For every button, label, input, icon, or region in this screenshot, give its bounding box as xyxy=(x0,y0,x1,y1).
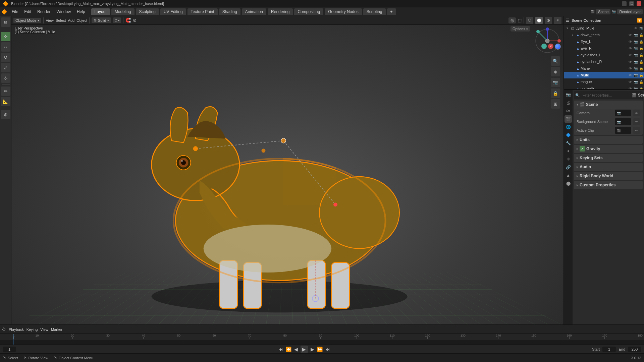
xray-toggle[interactable]: ⬚ xyxy=(518,18,522,23)
move-tool-btn[interactable]: ↔ xyxy=(1,42,10,52)
outliner-item-eye-r[interactable]: ▲ Eye_R 👁 📷 🔒 xyxy=(564,45,644,52)
physics-properties-tab[interactable]: ⚛ xyxy=(565,156,572,163)
render-layer-selector[interactable]: RenderLayer xyxy=(617,9,643,14)
add-object-btn[interactable]: ⊕ xyxy=(1,110,10,119)
clip-browse-btn[interactable]: ✏ xyxy=(633,127,640,134)
close-button[interactable]: ✕ xyxy=(637,1,641,6)
playback-menu[interactable]: Playback xyxy=(9,327,24,331)
bg-scene-value[interactable]: 📷 xyxy=(615,118,631,125)
camera-gizmo[interactable]: 📷 xyxy=(551,78,560,87)
active-clip-value[interactable]: 🎬 xyxy=(615,127,631,134)
cursor-tool-btn[interactable]: ✛ xyxy=(1,32,10,41)
tab-modeling[interactable]: Modeling xyxy=(111,8,135,15)
marker-menu[interactable]: Marker xyxy=(51,327,62,331)
vis2-icon[interactable]: 📷 xyxy=(634,47,638,50)
outliner-item-eye-l[interactable]: ▲ Eye_L 👁 📷 🔒 xyxy=(564,38,644,45)
current-frame-display[interactable]: 1 xyxy=(3,347,16,352)
vis-eye-icon[interactable]: 👁 xyxy=(634,26,638,30)
annotate-tool-btn[interactable]: ✏ xyxy=(1,86,10,96)
vis3-icon[interactable]: 🔒 xyxy=(639,80,643,84)
bg-scene-browse-btn[interactable]: ✏ xyxy=(633,118,640,125)
particles-properties-tab[interactable]: ✦ xyxy=(565,147,572,155)
units-section-header[interactable]: ▸ Units xyxy=(574,136,643,144)
vis3-icon[interactable]: 🔒 xyxy=(639,67,643,70)
menu-file[interactable]: File xyxy=(9,9,21,15)
vis3-icon[interactable]: 🔒 xyxy=(639,73,643,77)
vis2-icon[interactable]: 📷 xyxy=(634,53,638,57)
play-pause-btn[interactable]: ▶ xyxy=(301,346,308,353)
maximize-button[interactable]: ☐ xyxy=(629,1,634,6)
material-properties-tab[interactable]: ⬤ xyxy=(565,180,572,187)
mode-selector-icon[interactable]: ⊡ xyxy=(1,17,10,27)
keying-menu[interactable]: Keying xyxy=(26,327,38,331)
jump-to-start-btn[interactable]: ⏮ xyxy=(278,347,283,352)
tab-geometry-nodes[interactable]: Geometry Nodes xyxy=(325,8,362,15)
world-properties-tab[interactable]: 🌐 xyxy=(565,123,572,131)
view-layer-properties-tab[interactable]: 🗂 xyxy=(565,107,572,115)
outliner-item-tongue[interactable]: ▲ tongue 👁 📷 🔒 xyxy=(564,78,644,85)
vis-icon[interactable]: 👁 xyxy=(629,73,632,77)
viewport-overlays-btn[interactable]: ◎ xyxy=(508,17,516,23)
scene-selector[interactable]: Scene xyxy=(596,9,610,14)
navigation-gizmo[interactable] xyxy=(534,27,561,54)
gravity-checkbox[interactable]: ✓ xyxy=(580,146,585,152)
custom-props-header[interactable]: ▸ Custom Properties xyxy=(574,181,643,189)
pivot-point-dropdown[interactable]: ⊙ ▾ xyxy=(113,17,121,23)
vis2-icon[interactable]: 📷 xyxy=(634,87,638,90)
viewport-area[interactable]: Object Mode ▾ View Select Add Object ⊕ S… xyxy=(11,16,564,324)
vis-icon[interactable]: 👁 xyxy=(629,67,632,70)
object-mode-dropdown[interactable]: Object Mode ▾ xyxy=(13,18,41,23)
tab-shading[interactable]: Shading xyxy=(219,8,240,15)
constraints-properties-tab[interactable]: 🔗 xyxy=(565,164,572,171)
camera-browse-btn[interactable]: ✏ xyxy=(633,110,640,116)
gravity-section-header[interactable]: ▸ ✓ Gravity xyxy=(574,145,643,153)
transform-orientation-dropdown[interactable]: ⊕ Solid ▾ xyxy=(92,17,111,23)
output-properties-tab[interactable]: 🖨 xyxy=(565,99,572,107)
minimize-button[interactable]: — xyxy=(622,1,627,6)
grid-gizmo[interactable]: ⊞ xyxy=(551,99,560,109)
vis-icon[interactable]: 👁 xyxy=(629,87,632,90)
scene-section-header[interactable]: ▾ 🎬 Scene xyxy=(574,101,643,109)
data-properties-tab[interactable]: ▲ xyxy=(565,172,572,179)
outliner-item-eyelashes-r[interactable]: ▲ eyelashes_R 👁 📷 🔒 xyxy=(564,58,644,65)
jump-to-end-btn[interactable]: ⏭ xyxy=(325,347,330,352)
rotate-tool-btn[interactable]: ↺ xyxy=(1,53,10,62)
outliner-item-eyelashes-l[interactable]: ▲ eyelashes_L 👁 📷 🔒 xyxy=(564,52,644,58)
audio-section-header[interactable]: ▸ Audio xyxy=(574,163,643,171)
vis-cam-icon[interactable]: 📷 xyxy=(639,26,643,30)
vp-add-menu[interactable]: Add xyxy=(68,18,75,22)
filter-icon[interactable]: 🔽 xyxy=(637,18,642,23)
material-shading-btn[interactable]: ◑ xyxy=(545,17,552,24)
outliner-item-lying-mule[interactable]: ▾ 🗂 Lying_Mule 👁 📷 xyxy=(564,25,644,32)
props-search-input[interactable] xyxy=(581,93,630,98)
proportional-edit-toggle[interactable]: ⊙ xyxy=(133,18,137,23)
vis2-icon[interactable]: 📷 xyxy=(634,67,638,70)
transform-tool-btn[interactable]: ⊹ xyxy=(1,73,10,83)
menu-window[interactable]: Window xyxy=(54,9,73,15)
measure-tool-btn[interactable]: 📐 xyxy=(1,97,10,106)
tab-layout[interactable]: Layout xyxy=(91,8,110,15)
rigid-body-header[interactable]: ▸ Rigid Body World xyxy=(574,172,643,180)
vis3-icon[interactable]: 🔒 xyxy=(639,53,643,57)
start-frame-input[interactable]: 1 xyxy=(602,347,616,352)
zoom-out-gizmo[interactable]: ⊕ xyxy=(551,67,560,76)
vis3-icon[interactable]: 🔒 xyxy=(639,33,643,37)
viewport-3d-scene[interactable]: ✕ xyxy=(11,25,564,324)
outliner-item-up-teeth[interactable]: ▲ up teeth 👁 📷 🔒 xyxy=(564,85,644,90)
camera-value-field[interactable]: 📷 xyxy=(615,110,631,116)
vis3-icon[interactable]: 🔒 xyxy=(639,40,643,44)
zoom-in-gizmo[interactable]: 🔍 xyxy=(551,56,560,66)
solid-shading-btn[interactable]: ⬤ xyxy=(535,17,543,24)
tab-animation[interactable]: Animation xyxy=(242,8,266,15)
wireframe-shading-btn[interactable]: ⬡ xyxy=(526,17,533,24)
vp-view-menu[interactable]: View xyxy=(46,18,54,22)
vis3-icon[interactable]: 🔒 xyxy=(639,47,643,50)
playhead[interactable] xyxy=(13,334,13,345)
vis-icon[interactable]: 👁 xyxy=(629,53,632,57)
render-properties-tab[interactable]: 📷 xyxy=(565,91,572,99)
end-frame-input[interactable]: 250 xyxy=(628,347,641,352)
vis-icon[interactable]: 👁 xyxy=(629,40,632,44)
prev-frame-btn[interactable]: ◀ xyxy=(294,347,298,352)
vis2-icon[interactable]: 📷 xyxy=(634,33,638,37)
tab-uv-editing[interactable]: UV Editing xyxy=(160,8,186,15)
